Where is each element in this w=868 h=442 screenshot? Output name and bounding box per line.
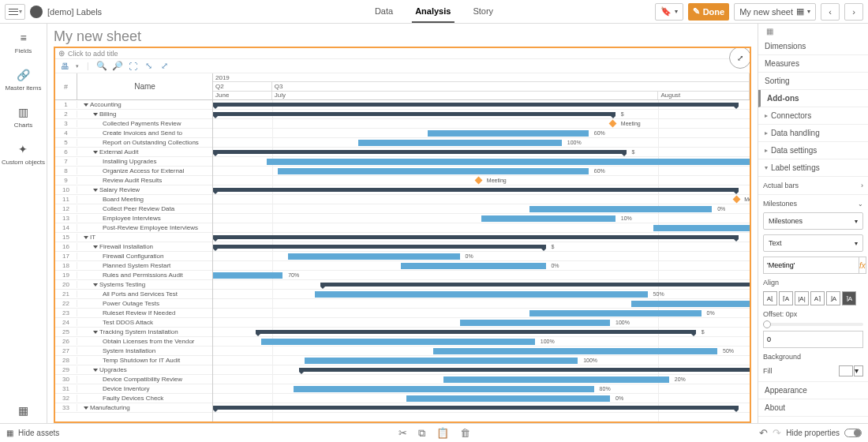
undo-icon[interactable]: ↶ — [759, 427, 768, 439]
task-bar[interactable] — [278, 168, 589, 174]
row-18[interactable]: 18Planned System Restart — [55, 261, 212, 271]
task-bar[interactable] — [261, 339, 535, 345]
asset-master-items[interactable]: 🔗Master items — [6, 69, 42, 92]
row-19[interactable]: 19Rules and Permissions Audit — [55, 271, 212, 280]
row-1[interactable]: 1Accounting — [55, 100, 212, 110]
copy-icon[interactable]: ⧉ — [418, 427, 425, 440]
asset-fields[interactable]: ≡Fields — [15, 32, 32, 54]
actual-bars-row[interactable]: Actual bars› — [763, 182, 863, 189]
expand-all-icon[interactable]: ⤡ — [144, 62, 154, 71]
task-bar[interactable] — [631, 301, 750, 307]
task-bar[interactable] — [315, 291, 648, 298]
row-23[interactable]: 23Ruleset Review If Needed — [55, 309, 212, 318]
milestone-icon[interactable] — [609, 120, 617, 128]
appearance-section[interactable]: Appearance — [758, 382, 868, 399]
tab-analysis[interactable]: Analysis — [412, 1, 454, 23]
visualization[interactable]: ⤢ ⊕Click to add title 🖶▾ | 🔍 🔎 ⛶ ⤡ ⤢ — [54, 47, 751, 423]
sub-data-handling[interactable]: ▸Data handling — [758, 125, 868, 142]
prop-sorting[interactable]: Sorting — [758, 73, 868, 90]
viz-title-prompt[interactable]: ⊕Click to add title — [55, 48, 750, 59]
row-6[interactable]: 6External Audit — [55, 148, 212, 157]
row-24[interactable]: 24Test DDOS Attack — [55, 318, 212, 328]
fill-dropdown[interactable]: ▾ — [854, 365, 863, 376]
summary-bar[interactable] — [320, 283, 750, 287]
task-bar[interactable] — [305, 358, 578, 364]
milestones-header[interactable]: Milestones⌄ — [763, 200, 863, 208]
task-bar[interactable] — [358, 140, 562, 146]
summary-bar[interactable] — [256, 330, 696, 334]
row-3[interactable]: 3Collected Payments Review — [55, 119, 212, 129]
zoom-out-icon[interactable]: 🔎 — [113, 62, 122, 71]
row-12[interactable]: 12Collect Peer Review Data — [55, 204, 212, 214]
paste-icon[interactable]: 📋 — [436, 427, 449, 439]
redo-icon[interactable]: ↷ — [773, 427, 781, 439]
cut-icon[interactable]: ✂ — [398, 427, 407, 439]
task-bar[interactable] — [433, 348, 717, 354]
task-bar[interactable] — [428, 130, 589, 137]
row-16[interactable]: 16Firewall Installation — [55, 242, 212, 252]
task-bar[interactable] — [653, 225, 750, 231]
expr-input[interactable] — [763, 257, 859, 274]
row-7[interactable]: 7Installing Upgrades — [55, 157, 212, 167]
summary-bar[interactable] — [213, 112, 615, 116]
hide-assets[interactable]: ▦ Hide assets — [6, 429, 59, 437]
task-bar[interactable] — [401, 263, 546, 269]
task-bar[interactable] — [460, 320, 610, 326]
asset-sheet-icon[interactable]: ▦ — [17, 404, 30, 417]
row-17[interactable]: 17Firewall Configuration — [55, 252, 212, 261]
row-22[interactable]: 22Power Outage Tests — [55, 299, 212, 309]
row-32[interactable]: 32Faulty Devices Check — [55, 394, 212, 403]
row-15[interactable]: 15IT — [55, 233, 212, 242]
task-bar[interactable] — [213, 272, 282, 279]
next-sheet-button[interactable]: › — [844, 3, 863, 21]
about-section[interactable]: About — [758, 399, 868, 417]
align-3[interactable]: |A| — [795, 291, 809, 305]
summary-bar[interactable] — [213, 245, 546, 249]
task-bar[interactable] — [288, 253, 460, 260]
fx-button[interactable]: fx — [859, 257, 866, 274]
align-6[interactable]: ⌉A — [842, 291, 856, 305]
summary-bar[interactable] — [213, 150, 627, 154]
collapse-all-icon[interactable]: ⤢ — [160, 62, 170, 71]
prop-add-ons[interactable]: Add-ons — [758, 90, 868, 107]
print-icon[interactable]: 🖶 — [60, 62, 69, 71]
bookmark-button[interactable]: 🔖 ▾ — [655, 3, 683, 21]
offset-slider[interactable] — [763, 323, 863, 326]
prop-dimensions[interactable]: Dimensions — [758, 38, 868, 55]
table-icon[interactable]: ▦ — [758, 24, 780, 38]
sub-label-settings[interactable]: ▾Label settings — [758, 159, 868, 177]
task-bar[interactable] — [267, 159, 750, 165]
milestones-select[interactable]: Milestones▾ — [763, 212, 863, 230]
row-13[interactable]: 13Employee Interviews — [55, 214, 212, 223]
row-21[interactable]: 21All Ports and Services Test — [55, 290, 212, 299]
menu-button[interactable]: ▾ — [5, 4, 25, 20]
align-1[interactable]: A⌊ — [763, 291, 777, 305]
offset-input[interactable] — [763, 331, 863, 348]
milestone-icon[interactable] — [475, 177, 483, 185]
task-bar[interactable] — [294, 386, 594, 392]
task-bar[interactable] — [529, 310, 702, 317]
prev-sheet-button[interactable]: ‹ — [821, 3, 840, 21]
summary-bar[interactable] — [213, 103, 739, 107]
summary-bar[interactable] — [213, 188, 739, 192]
row-27[interactable]: 27System Installation — [55, 346, 212, 356]
row-20[interactable]: 20Systems Testing — [55, 280, 212, 290]
summary-bar[interactable] — [213, 406, 739, 410]
hide-properties[interactable]: Hide properties — [786, 429, 840, 437]
row-9[interactable]: 9Review Audit Results — [55, 176, 212, 185]
done-button[interactable]: ✎ Done — [688, 3, 730, 21]
task-bar[interactable] — [529, 206, 712, 212]
row-26[interactable]: 26Obtain Licenses from the Vendor — [55, 337, 212, 346]
row-14[interactable]: 14Post-Review Employee Interviews — [55, 223, 212, 233]
sheet-selector[interactable]: My new sheet ▦ ▾ — [734, 3, 816, 21]
row-11[interactable]: 11Board Meeting — [55, 195, 212, 204]
asset-charts[interactable]: ▥Charts — [14, 106, 33, 129]
summary-bar[interactable] — [213, 235, 739, 239]
sheet-title[interactable]: My new sheet — [54, 28, 751, 45]
fill-color[interactable] — [839, 365, 853, 376]
row-5[interactable]: 5Report on Outstanding Collections — [55, 138, 212, 148]
align-5[interactable]: ⌋A — [826, 291, 840, 305]
task-bar[interactable] — [481, 215, 615, 222]
row-33[interactable]: 33Manufacturing — [55, 403, 212, 413]
tab-data[interactable]: Data — [372, 1, 396, 23]
